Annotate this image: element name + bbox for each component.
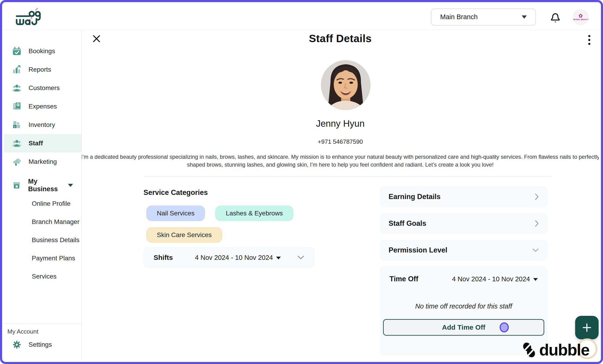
time-off-empty-message: No time off recorded for this staff [380, 303, 547, 310]
kebab-menu-icon[interactable] [585, 34, 594, 46]
time-off-date-range[interactable]: 4 Nov 2024 - 10 Nov 2024 [452, 275, 538, 283]
caret-down-icon [276, 257, 281, 259]
time-off-date-value: 4 Nov 2024 - 10 Nov 2024 [452, 275, 530, 283]
shifts-date-range[interactable]: 4 Nov 2024 - 10 Nov 2024 [195, 254, 281, 261]
workspace-logo-icon: ✿ [579, 13, 583, 18]
gear-icon [12, 340, 22, 350]
branch-selector-value: Main Branch [440, 13, 478, 21]
add-time-off-button[interactable]: Add Time Off [383, 319, 544, 336]
sidebar-item-staff[interactable]: Staff [4, 134, 81, 153]
sidebar-subitem-label: Branch Manager [32, 218, 80, 225]
topbar: Main Branch ✿ REVEAL BEAUTY [4, 4, 599, 30]
dubble-wordmark: dubble [539, 341, 589, 359]
logout-icon [12, 358, 22, 360]
sidebar-nav: Bookings Reports [4, 30, 81, 285]
chevron-right-icon [534, 193, 539, 200]
permission-level-card[interactable]: Permission Level [380, 240, 547, 260]
sidebar-item-reports[interactable]: Reports [4, 60, 81, 79]
sidebar-item-label: Inventory [29, 121, 55, 129]
caret-down-icon [533, 278, 538, 281]
sidebar-item-label: Settings [29, 341, 52, 348]
time-off-header: Time Off 4 Nov 2024 - 10 Nov 2024 [380, 267, 547, 283]
sidebar-account-section: My Account [4, 323, 81, 360]
sidebar-group-label: My Business [28, 178, 61, 193]
shifts-card: Shifts 4 Nov 2024 - 10 Nov 2024 [143, 247, 314, 268]
sidebar-item-label: Expenses [29, 103, 57, 110]
chevron-down-icon [522, 15, 527, 19]
sidebar-item-label: Reports [29, 66, 51, 73]
chip-lashes-eyebrows: Lashes & Eyebrows [215, 205, 293, 221]
sidebar-item-online-profile[interactable]: Online Profile [4, 194, 81, 213]
shifts-date-value: 4 Nov 2024 - 10 Nov 2024 [195, 254, 273, 261]
sidebar-item-bookings[interactable]: Bookings [4, 42, 81, 60]
staff-bio: I’m a dedicated beauty professional spec… [82, 153, 599, 169]
sidebar-subitem-label: Services [32, 273, 57, 280]
add-time-off-label: Add Time Off [442, 323, 485, 331]
service-categories-title: Service Categories [143, 188, 208, 197]
chevron-down-icon [68, 184, 73, 187]
sidebar-item-payment-plans[interactable]: Payment Plans [4, 249, 81, 267]
staff-goals-card[interactable]: Staff Goals [380, 213, 547, 234]
notification-bell-icon[interactable] [549, 11, 561, 23]
shifts-label: Shifts [154, 254, 173, 261]
chip-nail-services: Nail Services [146, 205, 205, 221]
sidebar-item-settings[interactable]: Settings [4, 335, 81, 354]
click-indicator [499, 322, 509, 332]
calendar-check-icon [12, 46, 22, 56]
svg-text:$: $ [17, 103, 19, 106]
people-group-icon [12, 83, 22, 93]
workspace-avatar[interactable]: ✿ REVEAL BEAUTY [573, 9, 589, 25]
dubble-logo-icon [521, 341, 537, 359]
workspace-name: REVEAL BEAUTY [573, 18, 589, 21]
add-fab-button[interactable] [575, 316, 599, 339]
sidebar-item-customers[interactable]: Customers [4, 79, 81, 97]
sidebar-item-label: Staff [29, 140, 43, 147]
sidebar-item-label: Log Out [29, 359, 52, 360]
section-divider [144, 176, 551, 177]
page-title: Staff Details [82, 32, 599, 45]
sidebar-item-label: Marketing [29, 158, 57, 165]
sidebar-item-services[interactable]: Services [4, 267, 81, 285]
chip-skin-care: Skin Care Services [146, 227, 222, 243]
expand-chevron-icon[interactable] [297, 256, 304, 260]
sidebar: Bookings Reports [4, 30, 82, 360]
staff-details-panel: Staff Details [82, 30, 599, 360]
dubble-watermark: dubble [521, 341, 589, 359]
app-window: Main Branch ✿ REVEAL BEAUTY [0, 0, 603, 364]
brand-logo [15, 8, 42, 26]
panel-label: Permission Level [389, 246, 447, 254]
people-group-icon [12, 139, 22, 148]
chevron-down-icon [532, 248, 539, 252]
panel-label: Staff Goals [389, 219, 426, 228]
boxes-icon [12, 120, 22, 130]
sidebar-subitem-label: Online Profile [32, 200, 70, 207]
detail-header: Staff Details [82, 32, 599, 47]
panel-label: Earning Details [389, 193, 441, 201]
staff-phone: +971 546787590 [82, 138, 599, 145]
sidebar-item-marketing[interactable]: Marketing [4, 153, 81, 171]
sidebar-item-inventory[interactable]: Inventory [4, 116, 81, 134]
sidebar-subitem-label: Business Details [32, 236, 80, 244]
receipt-dollar-icon: $ [12, 102, 22, 111]
storefront-icon [12, 180, 21, 190]
chevron-right-icon [534, 220, 539, 227]
service-category-chips: Nail Services Lashes & Eyebrows Skin Car… [146, 205, 321, 243]
earning-details-card[interactable]: Earning Details [380, 186, 547, 207]
branch-selector[interactable]: Main Branch [431, 9, 536, 25]
sidebar-subitem-label: Payment Plans [32, 255, 75, 262]
staff-name: Jenny Hyun [82, 118, 599, 129]
sidebar-item-logout[interactable]: Log Out [4, 354, 81, 360]
megaphone-icon [12, 157, 22, 166]
staff-photo [321, 60, 371, 110]
time-off-label: Time Off [390, 275, 418, 283]
sidebar-item-label: Customers [29, 84, 60, 92]
sidebar-item-branch-manager[interactable]: Branch Manager [4, 213, 81, 231]
sidebar-item-label: Bookings [29, 47, 55, 55]
sidebar-group-my-business[interactable]: My Business [4, 176, 81, 194]
bar-chart-icon [12, 65, 22, 74]
sidebar-item-expenses[interactable]: $ Expenses [4, 97, 81, 116]
sidebar-item-business-details[interactable]: Business Details [4, 231, 81, 249]
account-section-label: My Account [7, 328, 81, 335]
